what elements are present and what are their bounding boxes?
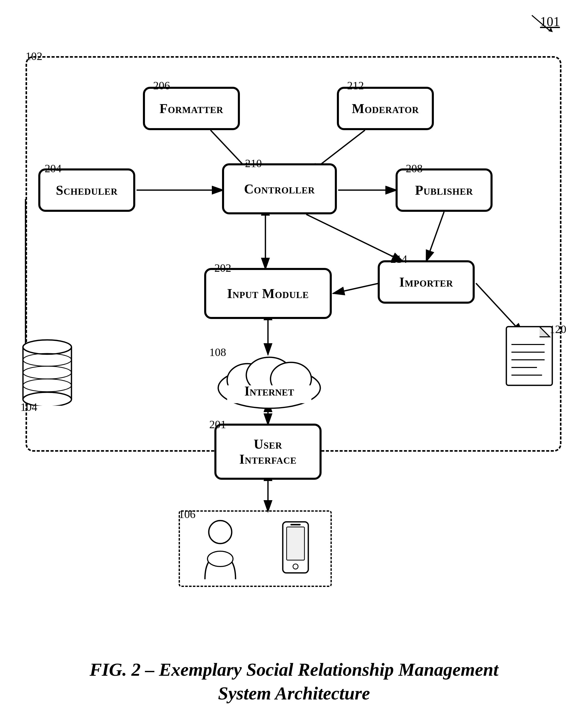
input-module-label: Input Module: [227, 286, 309, 301]
ui-label-1: User: [239, 436, 297, 452]
person-icon: [197, 518, 243, 579]
ref-120: 120: [549, 323, 566, 336]
ref-201: 201: [209, 418, 226, 431]
formatter-node: Formatter: [143, 87, 240, 130]
ref-202: 202: [214, 261, 231, 275]
importer-label: Importer: [399, 275, 453, 290]
svg-point-39: [209, 520, 232, 543]
ref-214: 214: [391, 253, 407, 266]
ui-label-2: Interface: [239, 452, 297, 467]
svg-point-29: [23, 340, 71, 354]
user-interface-node: User Interface: [214, 424, 321, 480]
ref-108: 108: [209, 346, 226, 359]
caption-line1: FIG. 2 – Exemplary Social Relationship M…: [0, 658, 588, 682]
svg-rect-44: [290, 524, 301, 526]
svg-rect-42: [287, 527, 304, 560]
mobile-device-icon: [278, 519, 313, 578]
publisher-label: Publisher: [415, 183, 473, 198]
ref-104: 104: [20, 401, 37, 414]
database-icon: [18, 329, 77, 406]
importer-node: Importer: [378, 260, 475, 304]
caption-line2: System Architecture: [0, 682, 588, 706]
input-module-node: Input Module: [204, 268, 332, 319]
internet-cloud: Internet: [207, 349, 332, 411]
ref-106: 106: [178, 508, 195, 521]
ref-204: 204: [45, 162, 62, 175]
ref-212: 212: [347, 79, 364, 92]
ref-208: 208: [406, 162, 423, 175]
ref-206: 206: [153, 79, 170, 92]
formatter-label: Formatter: [160, 101, 223, 116]
moderator-label: Moderator: [352, 101, 419, 116]
fig-number-arrow: [511, 8, 563, 38]
svg-point-40: [208, 551, 233, 567]
ref-210: 210: [245, 157, 262, 170]
controller-label: Controller: [244, 182, 315, 196]
controller-node: Controller: [222, 163, 337, 214]
user-device-box: [178, 510, 332, 587]
svg-text:Internet: Internet: [245, 384, 294, 398]
page: 101 102: [0, 0, 588, 726]
figure-caption: FIG. 2 – Exemplary Social Relationship M…: [0, 658, 588, 706]
moderator-node: Moderator: [337, 87, 434, 130]
svg-line-0: [532, 15, 550, 30]
scheduler-label: Scheduler: [56, 183, 118, 198]
ref-102: 102: [25, 50, 42, 63]
